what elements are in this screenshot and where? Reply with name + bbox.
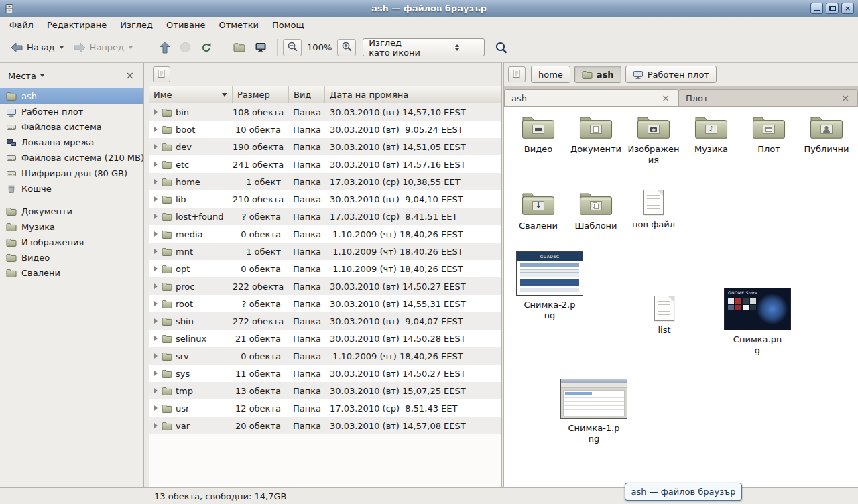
pathbar-button-ash[interactable]: ash	[574, 66, 621, 83]
sidebar-item-documents[interactable]: Документи	[0, 204, 143, 219]
expander-icon[interactable]	[154, 214, 158, 219]
icon-item-images[interactable]: Изображения	[625, 113, 682, 166]
list-row-bin[interactable]: bin108 обектаПапка30.03.2010 (вт) 14,57,…	[149, 103, 501, 121]
icon-item-snimka-2[interactable]: GUADECСнимка-2.png	[513, 251, 586, 322]
search-button[interactable]	[490, 38, 513, 58]
sidebar-item-filesystem[interactable]: Файлова система	[0, 119, 143, 135]
list-row-tmp[interactable]: tmp13 обектаПапка30.03.2010 (вт) 15,07,2…	[149, 382, 501, 399]
sidebar-item-music[interactable]: Музика	[0, 219, 143, 235]
menu-item-bookmarks[interactable]: Отметки	[212, 18, 265, 32]
expander-icon[interactable]	[154, 196, 158, 202]
location-toggle-button-2[interactable]	[508, 66, 526, 82]
sidebar-item-downloads[interactable]: Свалени	[0, 265, 143, 281]
sidebar-item-home-ash[interactable]: ash	[0, 88, 143, 104]
list-row-root[interactable]: root? обектаПапка30.03.2010 (вт) 14,55,3…	[149, 295, 501, 312]
list-row-srv[interactable]: srv0 обектаПапка 1.10.2009 (чт) 18,40,26…	[149, 347, 501, 365]
expander-icon[interactable]	[154, 371, 158, 376]
back-button[interactable]: Назад	[5, 39, 68, 56]
tab-close-icon[interactable]: ×	[660, 93, 671, 103]
tab-ash[interactable]: ash×	[504, 89, 678, 106]
expander-icon[interactable]	[154, 301, 158, 306]
expander-icon[interactable]	[154, 405, 158, 411]
expander-icon[interactable]	[154, 423, 158, 428]
sidebar-item-images[interactable]: Изображения	[0, 235, 143, 250]
maximize-button[interactable]	[826, 3, 839, 14]
reload-button[interactable]	[196, 38, 217, 57]
list-row-home[interactable]: home1 обектПапка17.03.2010 (ср) 10,38,55…	[149, 173, 501, 190]
expander-icon[interactable]	[154, 284, 158, 289]
list-row-selinux[interactable]: selinux21 обектаПапка30.03.2010 (вт) 14,…	[149, 330, 501, 347]
expander-icon[interactable]	[154, 109, 158, 115]
icon-item-new-file[interactable]: нов файл	[625, 190, 682, 231]
list-row-sbin[interactable]: sbin272 обектаПапка30.03.2010 (вт) 9,04,…	[149, 312, 501, 330]
list-row-boot[interactable]: boot10 обектаПапка30.03.2010 (вт) 9,05,2…	[149, 121, 501, 138]
menu-item-file[interactable]: Файл	[3, 18, 40, 32]
column-header-modified[interactable]: Дата на промяна	[325, 86, 501, 103]
pathbar-button-home[interactable]: home	[531, 66, 570, 83]
expander-icon[interactable]	[154, 249, 158, 254]
view-mode-select[interactable]: Изглед като икони	[363, 38, 485, 56]
expander-icon[interactable]	[154, 144, 158, 149]
icon-item-downloads[interactable]: Свалени	[509, 190, 567, 231]
stop-button[interactable]	[175, 38, 196, 56]
column-header-size[interactable]: Размер	[233, 86, 289, 103]
tab-close-icon[interactable]: ×	[840, 93, 851, 103]
minimize-button[interactable]	[810, 3, 823, 14]
expander-icon[interactable]	[154, 336, 158, 341]
menu-item-help[interactable]: Помощ	[265, 18, 311, 32]
menu-item-edit[interactable]: Редактиране	[40, 18, 113, 32]
close-button[interactable]: ×	[841, 3, 854, 14]
sidebar-item-volume-210mb[interactable]: Файлова система (210 MB)	[0, 150, 143, 166]
titlebar[interactable]: ash — файлов браузър ×	[0, 0, 858, 17]
expander-icon[interactable]	[154, 127, 158, 132]
list-row-media[interactable]: media0 обектаПапка 1.10.2009 (чт) 18,40,…	[149, 225, 501, 243]
expander-icon[interactable]	[154, 388, 158, 393]
expander-icon[interactable]	[154, 266, 158, 271]
expander-icon[interactable]	[154, 231, 158, 237]
computer-button[interactable]	[250, 39, 271, 56]
list-row-lost+found[interactable]: lost+found? обектаПапка17.03.2010 (ср) 8…	[149, 208, 501, 225]
list-row-sys[interactable]: sys11 обектаПапка30.03.2010 (вт) 14,50,2…	[149, 365, 501, 382]
sidebar-item-desktop[interactable]: Работен плот	[0, 104, 143, 119]
up-button[interactable]	[155, 38, 175, 57]
expander-icon[interactable]	[154, 162, 158, 167]
list-row-lib[interactable]: lib210 обектаПапка30.03.2010 (вт) 9,04,1…	[149, 190, 501, 208]
icon-item-documents[interactable]: Документи	[567, 113, 625, 166]
icon-item-video[interactable]: Видео	[509, 113, 567, 166]
list-row-etc[interactable]: etc241 обектаПапка30.03.2010 (вт) 14,57,…	[149, 155, 501, 173]
icon-item-music[interactable]: Музика	[682, 113, 740, 166]
icon-item-snimka[interactable]: GNOME StoreСнимка.png	[720, 288, 795, 357]
pane-splitter-left[interactable]	[144, 63, 149, 487]
sidebar-item-network[interactable]: Локална мрежа	[0, 135, 143, 150]
column-header-name[interactable]: Име	[149, 86, 233, 103]
list-row-usr[interactable]: usr12 обектаПапка17.03.2010 (ср) 8,51,43…	[149, 399, 501, 417]
sidebar-close-button[interactable]: ×	[121, 70, 138, 82]
zoom-out-button[interactable]	[283, 39, 302, 56]
list-row-opt[interactable]: opt0 обектаПапка 1.10.2009 (чт) 18,40,26…	[149, 260, 501, 277]
sidebar-item-video[interactable]: Видео	[0, 250, 143, 265]
sidebar-item-trash[interactable]: Кошче	[0, 181, 143, 196]
forward-button[interactable]: Напред	[68, 39, 137, 56]
tab-desktop[interactable]: Плот×	[678, 89, 858, 106]
icon-item-templates[interactable]: Шаблони	[567, 190, 625, 231]
expander-icon[interactable]	[154, 179, 158, 184]
expander-icon[interactable]	[154, 318, 158, 324]
icon-item-desktop[interactable]: Плот	[740, 113, 798, 166]
expander-icon[interactable]	[154, 353, 158, 359]
list-row-dev[interactable]: dev190 обектаПапка30.03.2010 (вт) 14,51,…	[149, 138, 501, 155]
menu-item-go[interactable]: Отиване	[160, 18, 212, 32]
zoom-in-button[interactable]	[337, 39, 356, 56]
location-toggle-button[interactable]	[153, 66, 170, 82]
pathbar-button-desktop[interactable]: Работен плот	[625, 66, 717, 83]
column-header-type[interactable]: Вид	[289, 86, 325, 103]
home-button[interactable]	[229, 39, 250, 56]
menu-item-view[interactable]: Изглед	[113, 18, 160, 32]
sidebar-item-encrypted-80gb[interactable]: Шифриран дял (80 GB)	[0, 166, 143, 181]
icon-item-public[interactable]: Публични	[798, 113, 855, 166]
places-selector[interactable]: Места	[5, 68, 47, 84]
list-row-var[interactable]: var20 обектаПапка30.03.2010 (вт) 14,57,0…	[149, 417, 501, 434]
combo-spin-icon[interactable]	[424, 39, 485, 56]
icon-item-snimka-1[interactable]: Снимка-1.png	[556, 379, 631, 445]
icon-item-list[interactable]: list	[638, 296, 690, 336]
list-row-mnt[interactable]: mnt1 обектПапка 1.10.2009 (чт) 18,40,26 …	[149, 243, 501, 260]
